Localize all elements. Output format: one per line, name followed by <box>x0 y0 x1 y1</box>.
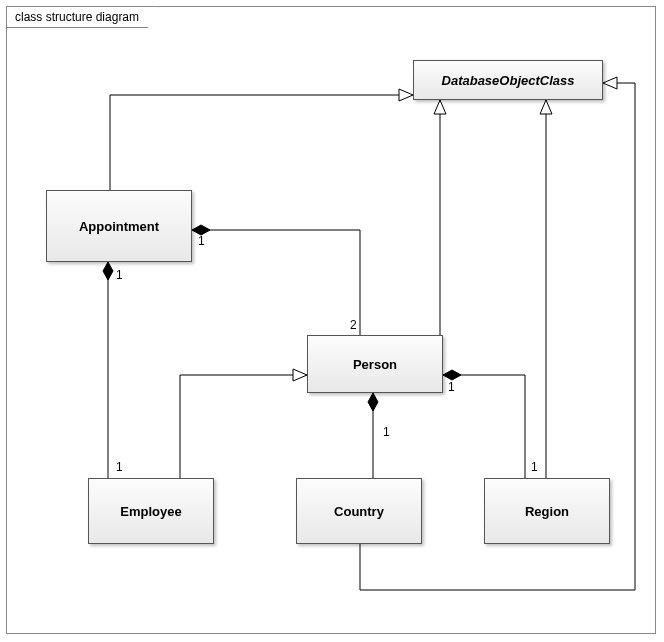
diagram-root: class structure diagram DatabaseObjectCl… <box>0 0 664 642</box>
frame-title: class structure diagram <box>6 6 160 28</box>
mult-appt-person-appt: 1 <box>198 234 205 248</box>
class-appointment: Appointment <box>46 190 192 262</box>
class-person: Person <box>307 335 443 393</box>
class-region: Region <box>484 478 610 544</box>
class-country: Country <box>296 478 422 544</box>
mult-person-country: 1 <box>383 425 390 439</box>
mult-person-region-person: 1 <box>448 380 455 394</box>
mult-person-region-region: 1 <box>531 460 538 474</box>
mult-appt-emp-top: 1 <box>116 268 123 282</box>
class-employee: Employee <box>88 478 214 544</box>
mult-appt-person-person: 2 <box>350 318 357 332</box>
class-databaseobjectclass: DatabaseObjectClass <box>413 60 603 100</box>
mult-appt-emp-bottom: 1 <box>116 460 123 474</box>
